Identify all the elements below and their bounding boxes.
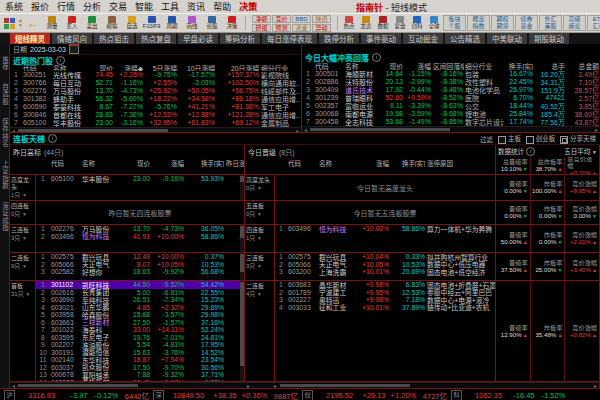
tab-热点复盘[interactable]: 热点复盘 xyxy=(136,33,176,44)
quick-button-预测[interactable]: 预测 xyxy=(272,24,291,32)
menu-item-分析[interactable]: 分析 xyxy=(83,0,101,13)
toolbar-button-画线[interactable]: 画线 xyxy=(182,16,202,30)
avg-period-dropdown[interactable]: 五日平均 ▼ xyxy=(564,146,597,156)
toolbar-button-卖出[interactable]: 卖出 xyxy=(82,16,102,30)
table-row[interactable]: 4301382蜂助手56.32-5.60%+18.22%+34.58%+86.1… xyxy=(10,95,301,103)
tab-期股联动[interactable]: 期股联动 xyxy=(529,33,569,44)
menu-item-工具[interactable]: 工具 xyxy=(161,0,179,13)
column-header[interactable]: 涨幅 xyxy=(151,158,185,167)
collapse-icon[interactable]: ▼ xyxy=(22,235,27,241)
table-row[interactable]: 12603037凯众股份17.50-9.70%30.56% xyxy=(36,364,244,372)
toolbar-button-热点[interactable]: 热点 xyxy=(341,16,358,30)
table-row[interactable]: 1002575群兴玩具+10.04%0.33%拟并购杭州智算行业 xyxy=(275,253,495,261)
toolbar-button-龙虎[interactable]: 龙虎 xyxy=(358,16,375,30)
scroll-thumb[interactable] xyxy=(240,226,244,238)
collapse-icon[interactable]: ▼ xyxy=(257,211,262,217)
hot-hscrollbar[interactable]: ◄► xyxy=(10,127,301,132)
table-row[interactable]: 3002276万马股份13.70-4.73%+25.92%+50.05%+56.… xyxy=(10,87,301,95)
column-header[interactable]: 涨幅 xyxy=(358,158,390,167)
table-row[interactable]: 7605100华丰股份23.00-3.16%+32.95%+61.83%+69.… xyxy=(10,119,301,127)
column-header[interactable]: 细分行业 xyxy=(464,62,504,69)
side-label-保存排名[interactable]: 保存排名 xyxy=(0,118,10,148)
scroll-thumb[interactable] xyxy=(240,282,244,366)
table-row[interactable]: 5600590泰豪科技8.67-7.27%-5.76%+41.21%+81.38… xyxy=(10,103,301,111)
column-header[interactable]: 现价 xyxy=(380,62,404,69)
tab-短线精灵[interactable]: 短线精灵 xyxy=(10,33,50,44)
column-header[interactable]: 换手[实] xyxy=(504,62,534,69)
group-vscrollbar[interactable] xyxy=(240,281,244,381)
toolbar-button-复盘[interactable]: 复盘 xyxy=(392,16,409,30)
table-row[interactable]: 7300458全志科技53.68-1.49%-8.85%数字芯片设计17.74%… xyxy=(302,118,600,126)
menu-item-资讯[interactable]: 资讯 xyxy=(187,0,205,13)
column-header[interactable]: 现价 xyxy=(123,158,151,167)
side-label-推荐[interactable]: 推荐 xyxy=(0,56,10,71)
table-row[interactable]: 9002207准油股份5.54-4.81%17.95% xyxy=(36,341,244,349)
collapse-icon[interactable]: ▼ xyxy=(22,192,27,198)
chinext-checkbox[interactable]: 创业板 xyxy=(526,133,555,143)
group-label-高度龙头[interactable]: 高度龙头0只 ▼ xyxy=(245,175,275,201)
toolbar-button-论股[interactable]: 论股 xyxy=(202,16,222,30)
toolbar-pair-外汇[interactable]: 外汇美股 xyxy=(539,15,562,31)
table-row[interactable]: 3300409道氏技术17.92-0.44%-8.48%电池化学品26.97%1… xyxy=(302,86,600,94)
toolbar-pair-高级[interactable]: 高级缠论 xyxy=(563,15,586,31)
table-row[interactable]: 2002616长青集团5.00-6.81%22.55% xyxy=(36,289,244,297)
toolbar-pair-债券[interactable]: 债券基金 xyxy=(515,15,538,31)
info-icon[interactable]: i xyxy=(48,134,57,143)
group-vscrollbar[interactable] xyxy=(240,175,244,200)
scroll-thumb[interactable] xyxy=(240,254,244,272)
table-row[interactable]: 1603683晶华新材+9.98%6.83%固态电池+折叠屏+石墨烯 xyxy=(275,281,495,289)
column-header[interactable]: 换手[实] xyxy=(390,158,426,167)
toolbar-button-数据[interactable]: 数据 xyxy=(375,16,392,30)
pullback-table-header[interactable]: 代码名称现价涨幅区间回落幅度◆细分行业换手[实]总手总金额 xyxy=(302,62,600,69)
side-label-深证成指[interactable]: 深证成指 xyxy=(0,202,10,232)
tab-热点狙击[interactable]: 热点狙击 xyxy=(94,33,134,44)
share-ladder-button[interactable]: 分享天梯 xyxy=(560,133,596,143)
tab-中美联动[interactable]: 中美联动 xyxy=(487,33,527,44)
table-row[interactable]: 3002227奥特迅+9.98%7.18%数据中心+电源+液冷 xyxy=(275,296,495,304)
toolbar-button-自选[interactable]: 自选 xyxy=(122,16,142,30)
column-header[interactable]: 总金额 xyxy=(566,62,600,69)
collapse-icon[interactable]: ▼ xyxy=(22,263,27,269)
table-row[interactable]: 1605100华丰股份23.00-9.16%53.93%1 xyxy=(36,175,244,183)
date-value[interactable]: 2025-03-03 xyxy=(30,46,66,53)
quick-button-净额[interactable]: 净额 xyxy=(252,15,271,23)
calendar-icon[interactable] xyxy=(69,44,79,54)
group-label-三连板[interactable]: 三连板3只 ▼ xyxy=(245,253,275,281)
toolbar-button-决策[interactable]: 决策 xyxy=(222,16,242,30)
group-label-首板[interactable]: 首板31只 ▼ xyxy=(10,281,36,382)
toolbar-button-周期[interactable]: 周期 xyxy=(162,16,182,30)
quick-button-异动[interactable]: 异动 xyxy=(312,24,331,32)
side-label-自选股[interactable]: 自选股 xyxy=(0,83,10,106)
scroll-thumb[interactable] xyxy=(240,176,244,182)
toolbar-pair-板块[interactable]: 板块个股 xyxy=(443,15,466,31)
tab-互动掘金[interactable]: 互动掘金 xyxy=(403,33,443,44)
column-header[interactable]: 代码 xyxy=(314,62,344,69)
column-header[interactable]: 代码 xyxy=(287,158,318,167)
collapse-icon[interactable]: ▼ xyxy=(257,263,262,269)
table-row[interactable]: 6300068南都电源19.58-3.59%-8.68%锂电池25.84%185… xyxy=(302,110,600,118)
quick-button-资金[interactable]: 资金 xyxy=(292,24,311,32)
layout-grid-icon[interactable] xyxy=(4,18,15,29)
toolbar-pair-概念[interactable]: 概念指数 xyxy=(467,15,490,31)
pullback-hscrollbar[interactable]: ◄► xyxy=(302,126,600,132)
column-header[interactable]: 涨幅 xyxy=(404,62,432,69)
group-vscrollbar[interactable] xyxy=(240,225,244,252)
table-row[interactable]: 2002886沃特股份20.13-2.99%-8.38%改性塑料22.45%34… xyxy=(302,78,600,86)
quick-button-BBD[interactable]: BBD xyxy=(292,15,311,23)
table-row[interactable]: 1300501海顺新材14.64-1.15%-8.16%包装16.67%16.2… xyxy=(302,70,600,78)
menu-item-行情[interactable]: 行情 xyxy=(57,0,75,13)
menu-item-decision[interactable]: 决策 xyxy=(239,0,257,13)
group-label-四连板[interactable]: 四连板0只 ▼ xyxy=(10,201,36,225)
menu-item-报价[interactable]: 报价 xyxy=(31,0,49,13)
column-header[interactable]: 名称 xyxy=(81,158,123,167)
table-row[interactable]: 1603496恒为科技+10.00%58.86%算力一体机+华为昇腾 xyxy=(275,225,495,233)
info-icon[interactable]: i xyxy=(526,147,535,156)
table-row[interactable]: 4003033征和工业+10.01%37.89%链传动+比亚迪+农机 xyxy=(275,304,495,312)
toolbar-pair-ETF[interactable]: ETF汇率 xyxy=(587,15,600,31)
menu-item-系统[interactable]: 系统 xyxy=(5,0,23,13)
group-label-四连板[interactable]: 四连板1只 ▼ xyxy=(245,225,275,253)
table-row[interactable]: 10300191潜能恒信15.63-3.76%14.52% xyxy=(36,349,244,357)
table-row[interactable]: 2605066天正电气+10.05%10.53%数据中心+低压电器 xyxy=(275,261,495,269)
quick-button-研报[interactable]: 研报 xyxy=(252,24,271,32)
tab-每日涨停表现[interactable]: 每日涨停表现 xyxy=(262,33,317,44)
